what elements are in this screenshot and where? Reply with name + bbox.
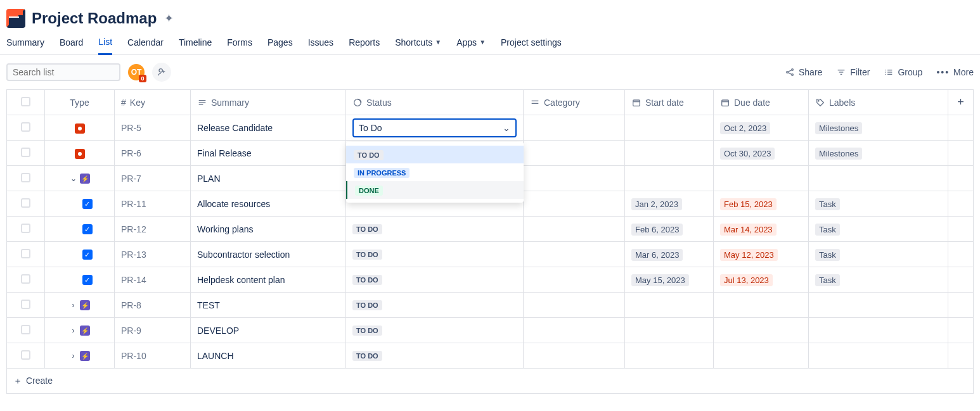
category-cell[interactable] bbox=[524, 217, 625, 242]
issue-summary[interactable]: Working plans bbox=[197, 224, 253, 234]
due-date[interactable]: Jul 13, 2023 bbox=[720, 274, 773, 286]
row-checkbox[interactable] bbox=[21, 300, 30, 309]
category-cell[interactable] bbox=[524, 343, 625, 369]
issue-key[interactable]: PR-5 bbox=[121, 123, 141, 133]
tab-project-settings[interactable]: Project settings bbox=[501, 37, 562, 54]
table-row[interactable]: PR-13Subcontractor selectionTO DOMar 6, … bbox=[7, 242, 974, 267]
collapse-icon[interactable]: ⌄ bbox=[70, 174, 77, 183]
due-date[interactable]: Oct 2, 2023 bbox=[720, 122, 770, 134]
add-column-button[interactable]: + bbox=[957, 96, 964, 108]
label-chip[interactable]: Task bbox=[815, 198, 840, 210]
start-date[interactable]: Feb 6, 2023 bbox=[631, 224, 683, 236]
table-row[interactable]: PR-12Working plansTO DOFeb 6, 2023Mar 14… bbox=[7, 217, 974, 242]
issue-summary[interactable]: Helpdesk content plan bbox=[197, 275, 285, 285]
status-chip[interactable]: TO DO bbox=[352, 300, 382, 310]
issue-key[interactable]: PR-8 bbox=[121, 300, 141, 310]
expand-icon[interactable]: › bbox=[70, 351, 77, 360]
tab-shortcuts[interactable]: Shortcuts ▼ bbox=[395, 37, 441, 54]
issue-key[interactable]: PR-12 bbox=[121, 224, 146, 234]
table-row[interactable]: PR-5Release CandidateTo Do⌄TO DOIN PROGR… bbox=[7, 115, 974, 141]
table-row[interactable]: ›PR-10LAUNCHTO DO bbox=[7, 343, 974, 369]
start-date[interactable]: Mar 6, 2023 bbox=[631, 249, 683, 261]
issue-key[interactable]: PR-11 bbox=[121, 199, 146, 209]
expand-icon[interactable]: › bbox=[70, 301, 77, 310]
tab-summary[interactable]: Summary bbox=[6, 37, 44, 54]
status-chip[interactable]: TO DO bbox=[352, 250, 382, 260]
select-all-checkbox[interactable] bbox=[21, 97, 30, 106]
customize-icon[interactable]: ✦ bbox=[164, 11, 174, 25]
row-checkbox[interactable] bbox=[21, 198, 30, 208]
row-checkbox[interactable] bbox=[21, 274, 30, 284]
issue-summary[interactable]: Release Candidate bbox=[197, 123, 273, 133]
status-chip[interactable]: TO DO bbox=[352, 224, 382, 234]
row-checkbox[interactable] bbox=[21, 249, 30, 258]
category-cell[interactable] bbox=[524, 115, 625, 141]
tab-list[interactable]: List bbox=[98, 37, 112, 55]
user-avatar[interactable]: OT bbox=[127, 63, 146, 82]
tab-forms[interactable]: Forms bbox=[227, 37, 252, 54]
due-date[interactable]: Mar 14, 2023 bbox=[720, 224, 777, 236]
tab-pages[interactable]: Pages bbox=[268, 37, 293, 54]
tab-timeline[interactable]: Timeline bbox=[179, 37, 212, 54]
label-chip[interactable]: Task bbox=[815, 274, 840, 286]
category-cell[interactable] bbox=[524, 293, 625, 318]
category-cell[interactable] bbox=[524, 318, 625, 343]
label-chip[interactable]: Task bbox=[815, 224, 840, 236]
row-checkbox[interactable] bbox=[21, 148, 30, 157]
status-chip[interactable]: TO DO bbox=[352, 351, 382, 361]
table-row[interactable]: ›PR-9DEVELOPTO DO bbox=[7, 318, 974, 343]
issue-key[interactable]: PR-7 bbox=[121, 174, 141, 184]
status-option-todo[interactable]: TO DO bbox=[346, 146, 524, 163]
status-option-in-progress[interactable]: IN PROGRESS bbox=[346, 163, 524, 181]
create-row[interactable]: ＋Create bbox=[7, 369, 974, 394]
issue-summary[interactable]: Allocate resources bbox=[197, 199, 270, 209]
more-button[interactable]: ••• More bbox=[936, 67, 974, 77]
due-date[interactable]: May 12, 2023 bbox=[720, 249, 778, 261]
category-cell[interactable] bbox=[524, 166, 625, 191]
row-checkbox[interactable] bbox=[21, 350, 30, 360]
tab-board[interactable]: Board bbox=[60, 37, 83, 54]
issue-key[interactable]: PR-6 bbox=[121, 148, 141, 158]
search-box[interactable] bbox=[6, 63, 120, 81]
add-user-button[interactable] bbox=[152, 63, 171, 82]
table-row[interactable]: PR-14Helpdesk content planTO DOMay 15, 2… bbox=[7, 267, 974, 293]
category-cell[interactable] bbox=[524, 267, 625, 293]
status-chip[interactable]: TO DO bbox=[352, 275, 382, 285]
share-button[interactable]: Share bbox=[785, 67, 822, 77]
search-input[interactable] bbox=[13, 67, 124, 77]
label-chip[interactable]: Milestones bbox=[815, 122, 862, 134]
issue-key[interactable]: PR-10 bbox=[121, 351, 146, 361]
issue-summary[interactable]: Final Release bbox=[197, 148, 252, 158]
expand-icon[interactable]: › bbox=[70, 326, 77, 335]
filter-button[interactable]: Filter bbox=[836, 67, 870, 77]
issue-summary[interactable]: Subcontractor selection bbox=[197, 250, 290, 260]
label-chip[interactable]: Milestones bbox=[815, 148, 862, 160]
row-checkbox[interactable] bbox=[21, 173, 30, 182]
issue-key[interactable]: PR-9 bbox=[121, 326, 141, 336]
status-option-done[interactable]: DONE bbox=[346, 181, 524, 199]
category-cell[interactable] bbox=[524, 141, 625, 166]
start-date[interactable]: May 15, 2023 bbox=[631, 274, 689, 286]
issue-summary[interactable]: TEST bbox=[197, 300, 220, 310]
category-cell[interactable] bbox=[524, 191, 625, 217]
row-checkbox[interactable] bbox=[21, 325, 30, 334]
category-cell[interactable] bbox=[524, 242, 625, 267]
tab-issues[interactable]: Issues bbox=[308, 37, 333, 54]
status-select[interactable]: To Do⌄ bbox=[352, 118, 517, 137]
due-date[interactable]: Oct 30, 2023 bbox=[720, 148, 775, 160]
table-row[interactable]: ›PR-8TESTTO DO bbox=[7, 293, 974, 318]
tab-reports[interactable]: Reports bbox=[349, 37, 380, 54]
due-date[interactable]: Feb 15, 2023 bbox=[720, 198, 777, 210]
row-checkbox[interactable] bbox=[21, 122, 30, 132]
label-chip[interactable]: Task bbox=[815, 249, 840, 261]
issue-summary[interactable]: DEVELOP bbox=[197, 326, 239, 336]
status-chip[interactable]: TO DO bbox=[352, 326, 382, 336]
start-date[interactable]: Jan 2, 2023 bbox=[631, 198, 682, 210]
tab-apps[interactable]: Apps ▼ bbox=[456, 37, 486, 54]
row-checkbox[interactable] bbox=[21, 224, 30, 233]
issue-summary[interactable]: LAUNCH bbox=[197, 351, 234, 361]
issue-key[interactable]: PR-13 bbox=[121, 250, 146, 260]
group-button[interactable]: Group bbox=[884, 67, 922, 77]
issue-key[interactable]: PR-14 bbox=[121, 275, 146, 285]
issue-summary[interactable]: PLAN bbox=[197, 174, 221, 184]
